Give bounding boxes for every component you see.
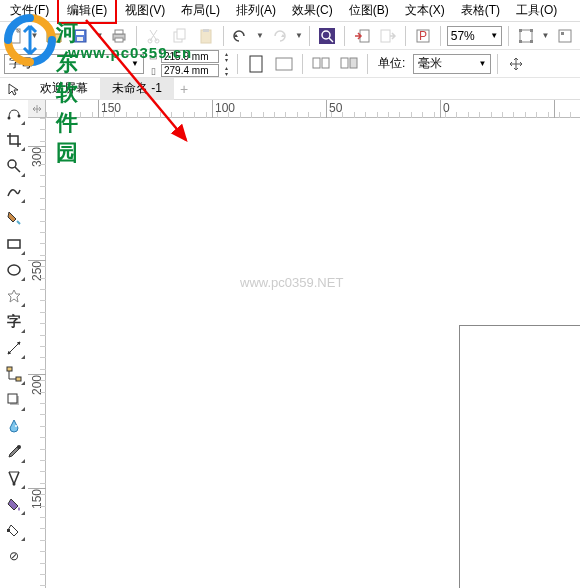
menu-bitmap[interactable]: 位图(B) bbox=[341, 0, 397, 22]
zoom-tool[interactable] bbox=[2, 154, 26, 178]
new-dropdown[interactable]: ▼ bbox=[30, 31, 39, 40]
annotation-arrow bbox=[78, 12, 278, 212]
smart-fill-tool[interactable] bbox=[2, 206, 26, 230]
menu-file[interactable]: 文件(F) bbox=[2, 0, 57, 22]
current-page-button[interactable] bbox=[337, 52, 361, 76]
svg-rect-44 bbox=[7, 529, 10, 532]
zoom-level-select[interactable]: 57% ▼ bbox=[447, 26, 502, 46]
svg-rect-24 bbox=[559, 30, 571, 42]
eyedropper-tool[interactable] bbox=[2, 440, 26, 464]
svg-rect-37 bbox=[7, 367, 12, 371]
pick-tool-tab[interactable] bbox=[0, 78, 28, 100]
svg-rect-25 bbox=[561, 32, 564, 35]
svg-rect-28 bbox=[313, 58, 320, 68]
svg-point-42 bbox=[17, 445, 21, 449]
preset-value: 字母 bbox=[9, 55, 33, 72]
svg-point-43 bbox=[13, 483, 16, 486]
publish-button[interactable]: P bbox=[412, 24, 434, 48]
dropdown-icon: ▼ bbox=[478, 59, 486, 68]
options-button[interactable] bbox=[554, 24, 576, 48]
transparency-tool[interactable] bbox=[2, 414, 26, 438]
menu-effects[interactable]: 效果(C) bbox=[284, 0, 341, 22]
svg-rect-27 bbox=[276, 58, 292, 70]
new-button[interactable] bbox=[4, 24, 26, 48]
menu-table[interactable]: 表格(T) bbox=[453, 0, 508, 22]
separator bbox=[497, 54, 498, 74]
units-label: 单位: bbox=[374, 55, 409, 72]
separator bbox=[367, 54, 368, 74]
open-button[interactable] bbox=[43, 24, 65, 48]
svg-rect-35 bbox=[8, 240, 20, 248]
separator bbox=[405, 26, 406, 46]
all-pages-button[interactable] bbox=[309, 52, 333, 76]
svg-point-32 bbox=[8, 117, 11, 120]
svg-rect-21 bbox=[530, 29, 533, 32]
freehand-tool[interactable] bbox=[2, 180, 26, 204]
separator bbox=[508, 26, 509, 46]
svg-rect-22 bbox=[519, 40, 522, 43]
toolbox: 字 ⊘ bbox=[0, 100, 28, 588]
crop-tool[interactable] bbox=[2, 128, 26, 152]
snap-dropdown[interactable]: ▼ bbox=[541, 31, 550, 40]
svg-rect-30 bbox=[341, 58, 348, 68]
drop-shadow-tool[interactable] bbox=[2, 388, 26, 412]
snap-button[interactable] bbox=[515, 24, 537, 48]
svg-point-34 bbox=[8, 160, 16, 168]
redo-dropdown[interactable]: ▼ bbox=[294, 31, 303, 40]
svg-point-33 bbox=[18, 115, 21, 118]
interactive-fill-tool[interactable] bbox=[2, 518, 26, 542]
separator bbox=[440, 26, 441, 46]
fill-tool[interactable] bbox=[2, 492, 26, 516]
text-tool[interactable]: 字 bbox=[2, 310, 26, 334]
nudge-button[interactable] bbox=[504, 52, 528, 76]
svg-rect-20 bbox=[519, 29, 522, 32]
polygon-tool[interactable] bbox=[2, 284, 26, 308]
parallel-dim-tool[interactable] bbox=[2, 336, 26, 360]
menu-text[interactable]: 文本(X) bbox=[397, 0, 453, 22]
shape-tool[interactable] bbox=[2, 102, 26, 126]
page[interactable] bbox=[459, 325, 580, 588]
rectangle-tool[interactable] bbox=[2, 232, 26, 256]
ruler-tick: 0 bbox=[443, 101, 450, 115]
separator bbox=[309, 26, 310, 46]
svg-rect-40 bbox=[8, 394, 17, 403]
search-button[interactable] bbox=[316, 24, 338, 48]
units-value: 毫米 bbox=[418, 55, 442, 72]
ruler-origin[interactable] bbox=[28, 100, 46, 118]
smudge-tool[interactable]: ⊘ bbox=[2, 544, 26, 568]
separator bbox=[302, 54, 303, 74]
ellipse-tool[interactable] bbox=[2, 258, 26, 282]
connector-tool[interactable] bbox=[2, 362, 26, 386]
svg-rect-29 bbox=[322, 58, 329, 68]
vertical-ruler[interactable]: 300 250 200 150 bbox=[28, 118, 46, 588]
svg-point-36 bbox=[8, 265, 20, 275]
svg-point-41 bbox=[15, 425, 17, 427]
svg-text:P: P bbox=[419, 29, 427, 43]
outline-pen-tool[interactable] bbox=[2, 466, 26, 490]
svg-rect-23 bbox=[530, 40, 533, 43]
units-select[interactable]: 毫米 ▼ bbox=[413, 54, 491, 74]
dropdown-icon: ▼ bbox=[490, 31, 498, 40]
zoom-value: 57% bbox=[451, 29, 475, 43]
export-button[interactable] bbox=[377, 24, 399, 48]
svg-line-45 bbox=[86, 20, 186, 140]
svg-rect-31 bbox=[350, 58, 357, 68]
import-button[interactable] bbox=[351, 24, 373, 48]
menu-tools[interactable]: 工具(O) bbox=[508, 0, 565, 22]
svg-rect-16 bbox=[381, 30, 390, 42]
separator bbox=[344, 26, 345, 46]
